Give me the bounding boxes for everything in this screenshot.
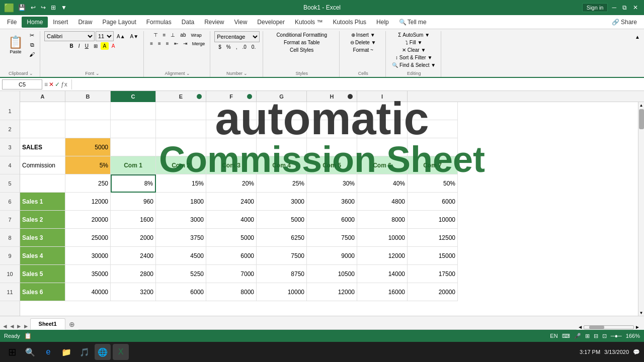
cell-G4[interactable]: Com 5 (307, 156, 357, 174)
cell-D8[interactable]: 3750 (156, 229, 206, 247)
menu-tell-me[interactable]: 🔍 Tell me (394, 17, 432, 28)
align-top-button[interactable]: ⊤ (151, 31, 160, 39)
cell-H1[interactable] (357, 102, 408, 120)
wrap-text-button[interactable]: Wrap (189, 32, 203, 39)
cell-D10[interactable]: 5250 (156, 265, 206, 283)
fill-color-button[interactable]: A (101, 42, 109, 50)
menu-file[interactable]: File (2, 17, 22, 28)
quick-redo-icon[interactable]: ↪ (40, 4, 47, 11)
cell-E5[interactable]: 20% (206, 174, 257, 193)
menu-draw[interactable]: Draw (73, 17, 97, 28)
confirm-formula-icon[interactable]: ✓ (55, 81, 60, 88)
vertical-scrollbar[interactable]: ▲ ▼ (638, 102, 644, 316)
comma-button[interactable]: , (234, 43, 239, 51)
h-scroll-track[interactable] (584, 325, 634, 329)
view-page-layout-icon[interactable]: ⊟ (594, 333, 598, 339)
cell-H10[interactable]: 14000 (357, 265, 408, 283)
cell-F8[interactable]: 6250 (257, 229, 307, 247)
menu-kutools[interactable]: Kutools ™ (290, 17, 328, 28)
merge-button[interactable]: Merge (190, 40, 207, 47)
col-header-D[interactable]: E (156, 91, 206, 102)
cell-I7[interactable]: 10000 (408, 211, 458, 229)
cell-D5[interactable]: 15% (156, 174, 206, 193)
italic-button[interactable]: I (76, 42, 82, 50)
scroll-up-arrow[interactable]: ▲ (638, 102, 645, 108)
cell-H9[interactable]: 12000 (357, 247, 408, 265)
cell-D6[interactable]: 1800 (156, 193, 206, 211)
taskbar-search[interactable]: 🔍 (22, 344, 38, 360)
row-num-1[interactable]: 1 (0, 102, 20, 120)
bold-button[interactable]: B (68, 42, 75, 50)
sheet-tab-sheet1[interactable]: Sheet1 (30, 318, 65, 330)
insert-function-icon[interactable]: ƒx (61, 81, 67, 88)
align-left-button[interactable]: ≡ (148, 40, 155, 47)
col-header-C[interactable]: C (111, 91, 156, 102)
cell-I1[interactable] (408, 102, 458, 120)
cell-H4[interactable]: Com 6 (357, 156, 408, 174)
cell-F5[interactable]: 25% (257, 174, 307, 193)
taskbar-media[interactable]: 🎵 (76, 344, 93, 360)
decrease-decimal-button[interactable]: 0. (250, 43, 258, 51)
cell-B11[interactable]: 40000 (65, 283, 111, 301)
scroll-down-arrow[interactable]: ▼ (638, 310, 645, 316)
row-num-3[interactable]: 3 (0, 138, 20, 156)
cell-E4[interactable]: Com 3 (206, 156, 257, 174)
cell-A3[interactable]: SALES (20, 138, 65, 156)
col-header-G[interactable]: H (307, 91, 357, 102)
cell-D3[interactable] (156, 138, 206, 156)
cell-E1[interactable] (206, 102, 257, 120)
row-num-11[interactable]: 11 (0, 283, 20, 301)
cell-G5[interactable]: 30% (307, 174, 357, 193)
cell-C8[interactable]: 2000 (111, 229, 156, 247)
row-num-6[interactable]: 6 (0, 193, 20, 211)
increase-indent-button[interactable]: ⇥ (181, 40, 189, 47)
find-select-button[interactable]: 🔍 Find & Select ▼ (390, 61, 438, 69)
cell-C9[interactable]: 2400 (111, 247, 156, 265)
decrease-indent-button[interactable]: ⇤ (172, 40, 180, 47)
cell-E3[interactable] (206, 138, 257, 156)
minimize-icon[interactable]: ─ (610, 4, 618, 11)
col-header-B[interactable]: B (65, 91, 111, 102)
border-button[interactable]: ⊞ (92, 42, 100, 50)
scroll-left-icon[interactable]: ◄ (578, 324, 583, 330)
expand-formula-icon[interactable]: ≡ (44, 81, 48, 88)
taskbar-excel[interactable]: X (113, 344, 129, 360)
increase-decimal-button[interactable]: .0 (240, 43, 248, 51)
cell-C6[interactable]: 960 (111, 193, 156, 211)
align-middle-button[interactable]: ≡ (161, 31, 168, 39)
cell-A10[interactable]: Sales 5 (20, 265, 65, 283)
underline-button[interactable]: U (83, 42, 91, 50)
restore-icon[interactable]: ⧉ (620, 4, 629, 11)
font-color-button[interactable]: A (110, 42, 117, 50)
cell-A11[interactable]: Sales 6 (20, 283, 65, 301)
cell-H5[interactable]: 40% (357, 174, 408, 193)
cancel-formula-icon[interactable]: ✕ (49, 81, 54, 88)
cell-H11[interactable]: 16000 (357, 283, 408, 301)
insert-button[interactable]: ⊕ Insert ▼ (349, 31, 377, 39)
cell-F6[interactable]: 3000 (257, 193, 307, 211)
cell-A2[interactable] (20, 120, 65, 138)
quick-undo-icon[interactable]: ↩ (30, 4, 37, 11)
cell-E10[interactable]: 7000 (206, 265, 257, 283)
menu-formulas[interactable]: Formulas (141, 17, 177, 28)
align-center-button[interactable]: ≡ (156, 40, 163, 47)
cell-I4[interactable]: Com 7 (408, 156, 458, 174)
cell-A4[interactable]: Commission (20, 156, 65, 174)
cell-I8[interactable]: 12500 (408, 229, 458, 247)
row-num-7[interactable]: 7 (0, 211, 20, 229)
cell-F3[interactable] (257, 138, 307, 156)
menu-view[interactable]: View (229, 17, 253, 28)
col-header-A[interactable]: A (20, 91, 65, 102)
cell-C1[interactable] (111, 102, 156, 120)
sort-filter-button[interactable]: ↕ Sort & Filter ▼ (393, 54, 434, 61)
menu-kutools-plus[interactable]: Kutools Plus (328, 17, 371, 28)
cell-E6[interactable]: 2400 (206, 193, 257, 211)
cell-I2[interactable] (408, 120, 458, 138)
menu-insert[interactable]: Insert (48, 17, 73, 28)
format-as-table-button[interactable]: Format as Table (282, 39, 322, 46)
quick-more-icon[interactable]: ▼ (60, 4, 68, 11)
cell-D1[interactable] (156, 102, 206, 120)
cell-I11[interactable]: 20000 (408, 283, 458, 301)
menu-review[interactable]: Review (199, 17, 229, 28)
autosum-button[interactable]: Σ AutoSum ▼ (396, 31, 432, 39)
